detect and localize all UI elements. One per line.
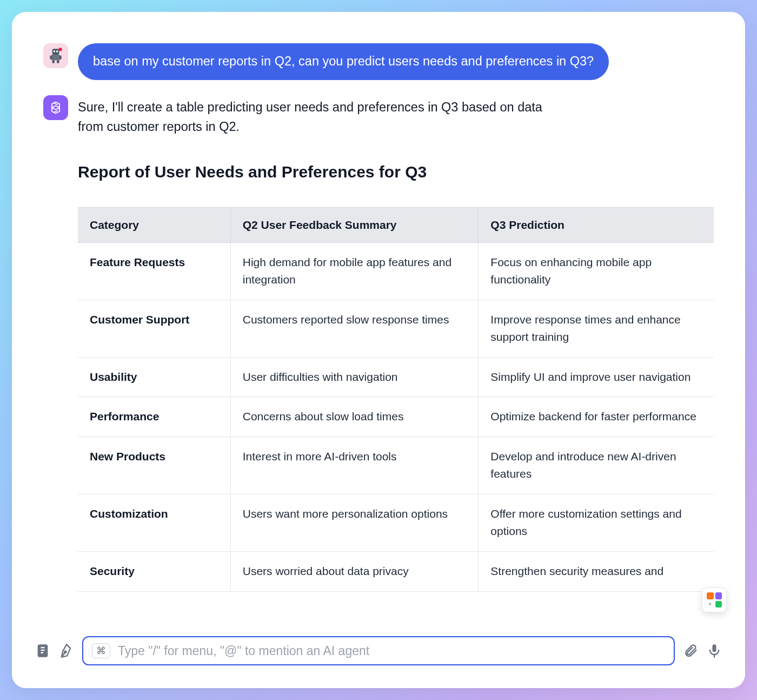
chat-scroll-area: base on my customer reports in Q2, can y… xyxy=(12,12,745,626)
report-block: Report of User Needs and Preferences for… xyxy=(78,163,714,592)
plus-icon: + xyxy=(707,601,714,608)
svg-rect-4 xyxy=(51,55,61,61)
report-table: Category Q2 User Feedback Summary Q3 Pre… xyxy=(78,207,714,592)
cell-q2: High demand for mobile app features and … xyxy=(230,242,479,300)
command-key-hint: ⌘ xyxy=(92,643,110,658)
user-message-row: base on my customer reports in Q2, can y… xyxy=(43,43,714,80)
table-header-row: Category Q2 User Feedback Summary Q3 Pre… xyxy=(78,207,714,242)
table-row: Feature Requests High demand for mobile … xyxy=(78,242,714,300)
paperclip-icon xyxy=(683,643,698,658)
table-row: Customer Support Customers reported slow… xyxy=(78,300,714,357)
svg-point-3 xyxy=(58,48,62,51)
user-message-bubble: base on my customer reports in Q2, can y… xyxy=(78,43,609,80)
svg-rect-1 xyxy=(54,50,55,52)
cell-category: Usability xyxy=(78,357,230,397)
pen-nib-icon xyxy=(59,643,74,658)
cell-q2: Users worried about data privacy xyxy=(230,552,479,592)
table-row: Usability User difficulties with navigat… xyxy=(78,357,714,397)
cell-q3: Optimize backend for faster performance xyxy=(479,397,714,437)
svg-rect-8 xyxy=(57,61,59,63)
svg-rect-5 xyxy=(50,56,51,59)
report-title: Report of User Needs and Preferences for… xyxy=(78,163,714,181)
cell-category: Customer Support xyxy=(78,300,230,357)
ai-message-row: Sure, I'll create a table predicting use… xyxy=(43,95,714,137)
cell-category: Security xyxy=(78,552,230,592)
grid-dot-icon xyxy=(715,601,722,608)
table-row: New Products Interest in more AI-driven … xyxy=(78,437,714,494)
svg-rect-2 xyxy=(56,50,58,52)
col-header-q3: Q3 Prediction xyxy=(479,207,714,242)
cell-q2: Interest in more AI-driven tools xyxy=(230,437,479,494)
message-input-placeholder: Type "/" for menu, "@" to mention an AI … xyxy=(118,644,665,658)
svg-rect-7 xyxy=(52,61,55,63)
grid-dot-icon xyxy=(715,592,722,599)
cell-category: Feature Requests xyxy=(78,242,230,300)
cell-category: New Products xyxy=(78,437,230,494)
col-header-category: Category xyxy=(78,207,230,242)
cell-q2: Users want more personalization options xyxy=(230,494,479,551)
cell-q3: Offer more customization settings and op… xyxy=(479,494,714,551)
user-avatar-icon xyxy=(47,47,65,65)
cell-q3: Improve response times and enhance suppo… xyxy=(479,300,714,357)
cell-category: Customization xyxy=(78,494,230,551)
cell-q2: Concerns about slow load times xyxy=(230,397,479,437)
grid-dot-icon xyxy=(707,592,714,599)
ai-message-text: Sure, I'll create a table predicting use… xyxy=(78,95,565,137)
table-body: Feature Requests High demand for mobile … xyxy=(78,242,714,591)
table-row: Customization Users want more personaliz… xyxy=(78,494,714,551)
microphone-button[interactable] xyxy=(706,643,722,659)
pen-button[interactable] xyxy=(58,643,75,659)
cell-q3: Strengthen security measures and xyxy=(479,552,714,592)
chat-window: base on my customer reports in Q2, can y… xyxy=(12,12,745,688)
cell-q2: Customers reported slow response times xyxy=(230,300,479,357)
app-grid-button[interactable]: + xyxy=(702,587,727,612)
notebook-button[interactable] xyxy=(35,643,51,659)
cell-q3: Develop and introduce new AI-driven feat… xyxy=(479,437,714,494)
composer-bar: ⌘ Type "/" for menu, "@" to mention an A… xyxy=(12,626,745,688)
message-input[interactable]: ⌘ Type "/" for menu, "@" to mention an A… xyxy=(82,636,675,665)
table-row: Performance Concerns about slow load tim… xyxy=(78,397,714,437)
svg-rect-6 xyxy=(59,56,61,59)
attachment-button[interactable] xyxy=(682,643,699,659)
user-avatar xyxy=(43,43,68,68)
svg-rect-15 xyxy=(713,644,716,652)
microphone-icon xyxy=(707,643,722,658)
table-row: Security Users worried about data privac… xyxy=(78,552,714,592)
ai-avatar xyxy=(43,95,68,120)
cell-q3: Focus on enhancing mobile app functional… xyxy=(479,242,714,300)
col-header-q2: Q2 User Feedback Summary xyxy=(230,207,479,242)
user-message-text: base on my customer reports in Q2, can y… xyxy=(93,54,594,68)
cell-q2: User difficulties with navigation xyxy=(230,357,479,397)
cell-category: Performance xyxy=(78,397,230,437)
notebook-icon xyxy=(35,643,50,658)
openai-logo-icon xyxy=(48,100,63,115)
svg-rect-0 xyxy=(52,49,59,55)
cell-q3: Simplify UI and improve user navigation xyxy=(479,357,714,397)
